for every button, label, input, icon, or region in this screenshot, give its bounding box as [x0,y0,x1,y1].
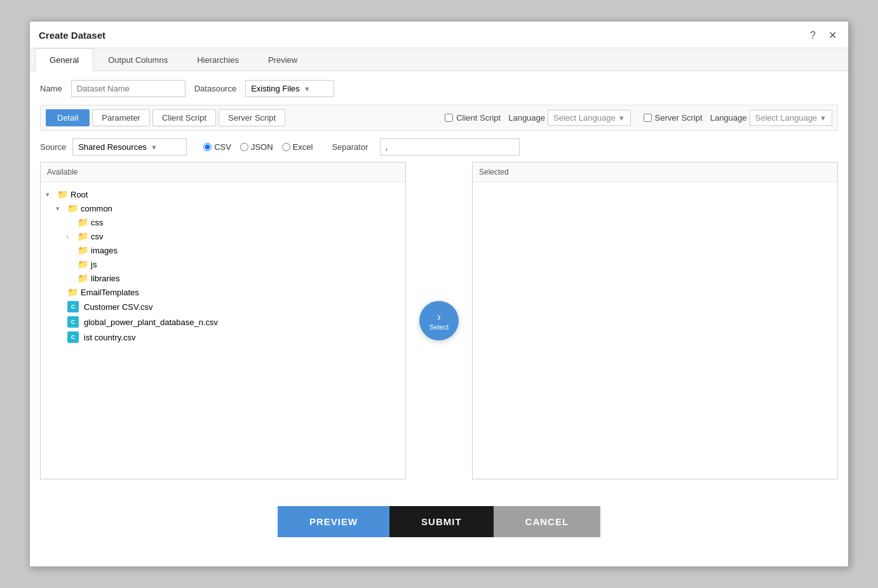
selected-panel: Selected [472,162,838,479]
folder-icon: 📁 [78,273,88,283]
tree-item-root[interactable]: ▾ 📁 Root [43,187,403,201]
tree-item-common[interactable]: ▾ 📁 common [53,201,403,215]
client-lang-value: Select Language [553,113,616,123]
close-button[interactable]: ✕ [826,28,839,43]
folder-icon: 📁 [67,203,78,213]
titlebar-icons: ? ✕ [807,28,839,43]
select-button[interactable]: › Select [419,301,459,340]
tab-preview[interactable]: Preview [253,48,312,71]
help-button[interactable]: ? [807,29,818,43]
datasource-chevron-icon: ▼ [304,85,311,93]
preview-button[interactable]: PREVIEW [278,506,389,537]
source-select[interactable]: Shared Resources ▼ [72,138,187,156]
client-script-button[interactable]: Client Script [152,109,216,126]
client-script-label: Client Script [456,113,501,123]
csv-radio-label[interactable]: CSV [203,142,231,152]
separator-input[interactable] [380,138,520,156]
detail-button[interactable]: Detail [46,109,90,126]
dialog-titlebar: Create Dataset ? ✕ [30,22,848,48]
tree-item-csv-folder[interactable]: › 📁 csv [64,229,403,243]
collapse-icon: ▾ [46,190,55,199]
csv-file-icon: C [67,316,79,328]
content-area: Name Datasource Existing Files ▼ Detail … [30,71,848,488]
tree-item-label: csv [91,232,104,241]
server-script-lang-select[interactable]: Select Language ▼ [750,110,832,126]
client-script-checkbox-label[interactable]: Client Script [445,113,501,123]
tree-item-global-csv[interactable]: C global_power_plant_database_n.csv [53,314,403,330]
select-arrow-icon: › [437,311,441,323]
tree-item-label: js [91,260,97,269]
dialog-title: Create Dataset [39,30,105,41]
tree-item-label: global_power_plant_database_n.csv [84,317,218,327]
client-script-lang-label: Language [508,113,545,123]
tree-item-css[interactable]: 📁 css [64,215,403,229]
format-radio-group: CSV JSON Excel [203,142,313,152]
main-tabs: General Output Columns Hierarchies Previ… [30,48,848,71]
select-button-column: › Select [414,162,464,479]
source-row: Source Shared Resources ▼ CSV JSON Excel [40,138,838,156]
source-value: Shared Resources [78,142,147,152]
separator-label: Separator [332,142,368,152]
tree-item-js[interactable]: 📁 js [64,257,403,271]
tab-general[interactable]: General [35,48,93,71]
expand-icon: › [66,232,75,240]
json-radio[interactable] [240,143,248,151]
csv-radio[interactable] [203,143,212,151]
excel-label: Excel [293,142,313,152]
folder-icon: 📁 [78,217,88,227]
folder-icon: 📁 [57,189,68,199]
tree-item-emailtemplates[interactable]: 📁 EmailTemplates [53,285,403,299]
server-script-label: Server Script [655,113,703,123]
server-script-checkbox-label[interactable]: Server Script [644,113,703,123]
tree-item-label: common [81,204,112,213]
server-script-checkbox[interactable] [644,114,652,122]
available-panel: Available ▾ 📁 Root ▾ 📁 common [40,162,406,479]
tree-item-ist-csv[interactable]: C ist country.csv [53,330,403,345]
tree-item-label: Customer CSV.csv [84,302,153,312]
folder-icon: 📁 [67,287,78,297]
tree-area: ▾ 📁 Root ▾ 📁 common 📁 css [41,182,405,350]
tree-item-label: libraries [91,274,120,283]
tree-item-label: Root [71,190,88,199]
csv-file-icon: C [67,301,79,312]
name-datasource-row: Name Datasource Existing Files ▼ [40,80,838,97]
create-dataset-dialog: Create Dataset ? ✕ General Output Column… [29,21,849,567]
server-script-button[interactable]: Server Script [219,109,285,126]
tree-item-images[interactable]: 📁 images [64,243,403,257]
panels-wrapper: Available ▾ 📁 Root ▾ 📁 common [40,162,838,479]
name-input[interactable] [71,80,186,97]
folder-icon: 📁 [78,259,88,269]
json-radio-label[interactable]: JSON [240,142,273,152]
cancel-button[interactable]: CANCEL [494,506,601,537]
client-lang-chevron-icon: ▼ [618,114,625,122]
tab-output-columns[interactable]: Output Columns [93,48,182,71]
submit-button[interactable]: SUBMIT [389,506,494,537]
tree-item-customer-csv[interactable]: C Customer CSV.csv [53,299,403,314]
collapse-icon: ▾ [56,204,65,213]
parameter-button[interactable]: Parameter [92,109,150,126]
excel-radio-label[interactable]: Excel [282,142,313,152]
folder-icon: 📁 [78,245,88,255]
client-script-checkbox[interactable] [445,114,453,122]
server-lang-chevron-icon: ▼ [820,114,827,122]
csv-file-icon: C [67,331,79,343]
tree-item-label: css [91,218,104,227]
folder-icon: 📁 [78,231,88,241]
excel-radio[interactable] [282,143,290,151]
footer-buttons: PREVIEW SUBMIT CANCEL [30,488,848,549]
tree-item-label: ist country.csv [84,333,135,342]
options-bar: Detail Parameter Client Script Server Sc… [40,105,838,131]
name-label: Name [40,84,62,93]
datasource-value: Existing Files [251,84,300,93]
server-lang-value: Select Language [755,113,818,123]
tree-item-label: EmailTemplates [81,288,139,297]
tab-hierarchies[interactable]: Hierarchies [182,48,253,71]
source-chevron-icon: ▼ [151,144,158,151]
datasource-select[interactable]: Existing Files ▼ [245,80,334,97]
tree-item-libraries[interactable]: 📁 libraries [64,271,403,285]
server-script-lang-label: Language [710,113,747,123]
client-script-lang-select[interactable]: Select Language ▼ [548,110,630,126]
tree-item-label: images [91,246,118,255]
source-label: Source [40,142,66,152]
datasource-label: Datasource [194,84,236,93]
